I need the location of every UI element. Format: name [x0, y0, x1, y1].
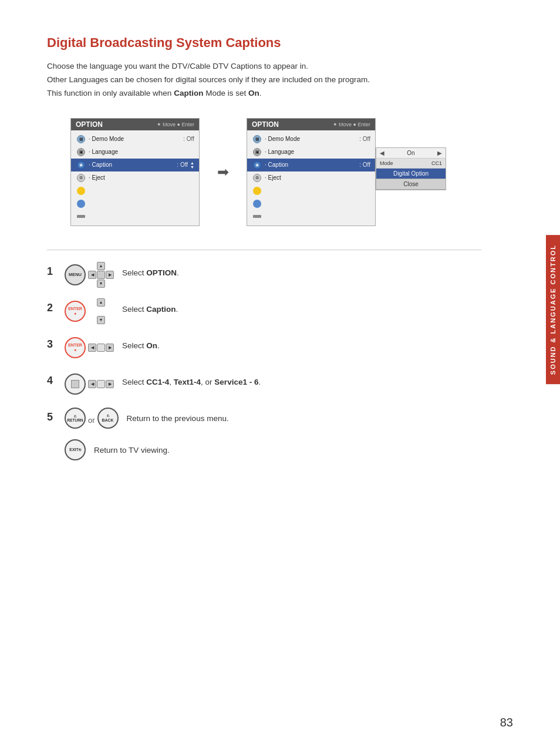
- enter-button-2[interactable]: ENTER●: [65, 301, 86, 322]
- popup-on-value: On: [407, 150, 414, 156]
- eject-label: · Eject: [89, 174, 194, 181]
- arrow-right-icon: ➡: [217, 164, 229, 180]
- dpad-1: ▲ ◀ ▶ ▼: [88, 262, 114, 288]
- globe-icon-2: [252, 198, 262, 209]
- globe-icon: [76, 198, 86, 209]
- right-arrow-1[interactable]: ▶: [106, 271, 114, 279]
- popup-on-row: ◀ On ▶: [376, 148, 446, 159]
- menu2-row-eject: ⚙ · Eject: [247, 171, 375, 184]
- step-3: 3 ENTER● ◀ ▶ Select On.: [47, 335, 481, 361]
- enter-button-3[interactable]: ENTER●: [65, 337, 86, 358]
- or-label: or: [88, 411, 95, 425]
- menu1-nav-hint: ✦ Move ● Enter: [157, 122, 194, 127]
- caption-value: : Off: [177, 161, 188, 168]
- step-5-text: Return to the previous menu.: [127, 408, 229, 425]
- popup-arrow-left[interactable]: ◀: [380, 150, 384, 156]
- menu2-row-demo: ▩ · Demo Mode : Off: [247, 133, 375, 146]
- popup-close-btn[interactable]: Close: [376, 179, 446, 190]
- left-arrow-4[interactable]: ◀: [88, 380, 96, 388]
- steps-section: 1 MENU ▲ ◀ ▶ ▼ Select OPTION. 2 ENTER●: [47, 250, 481, 460]
- menu-button[interactable]: MENU: [65, 264, 86, 285]
- menu1-row-face: [71, 184, 199, 197]
- spacer-2b: [97, 307, 105, 315]
- dpad-4: ◀ ▶: [88, 371, 114, 397]
- bar-icon-2: [252, 211, 262, 222]
- menu1-body: ▩ · Demo Mode : Off ▣ · Language ◉ · Cap…: [71, 130, 199, 226]
- step-1: 1 MENU ▲ ◀ ▶ ▼ Select OPTION.: [47, 262, 481, 288]
- back-button[interactable]: ⎌BACK: [97, 408, 119, 429]
- menu1-row-demo: ▩ · Demo Mode : Off: [71, 133, 199, 146]
- settings-icon-2: ⚙: [252, 173, 262, 183]
- face-icon-2: [252, 186, 262, 196]
- caption-stepper[interactable]: ▲ ▼: [190, 161, 194, 169]
- face-icon: [76, 186, 86, 196]
- square-btn-4[interactable]: [65, 374, 86, 395]
- desc-line-1: Choose the language you want the DTV/Cab…: [47, 62, 308, 70]
- film-icon: ▣: [76, 147, 86, 157]
- language-label: · Language: [89, 149, 194, 155]
- menu2-body: ▩ · Demo Mode : Off ▣ · Language ◉: [247, 130, 375, 226]
- step-1-text: Select OPTION.: [122, 262, 179, 280]
- step-3-buttons: ENTER● ◀ ▶: [65, 335, 114, 361]
- down-arrow-2[interactable]: ▼: [97, 316, 105, 324]
- menu2-with-popup: OPTION ✦ Move ● Enter ▩ · Demo Mode : Of…: [247, 118, 376, 226]
- step-5-buttons: ⎌RETURN or ⎌BACK: [65, 408, 119, 429]
- spacer-2c: [106, 307, 114, 315]
- eject-label-2: · Eject: [265, 174, 370, 181]
- spacer-2: [88, 307, 96, 315]
- page-title: Digital Broadcasting System Captions: [47, 35, 481, 51]
- return-button[interactable]: ⎌RETURN: [65, 408, 86, 429]
- bar-icon: [76, 211, 86, 222]
- demo-mode-label-2: · Demo Mode: [265, 136, 357, 142]
- left-arrow-1[interactable]: ◀: [88, 271, 96, 279]
- step-3-text: Select On.: [122, 335, 160, 352]
- description: Choose the language you want the DTV/Cab…: [47, 60, 481, 100]
- mockup-area: OPTION ✦ Move ● Enter ▩ · Demo Mode : Of…: [70, 118, 481, 226]
- demo-mode-value-2: : Off: [359, 136, 370, 142]
- menu2-row-bar: [247, 210, 375, 223]
- menu1: OPTION ✦ Move ● Enter ▩ · Demo Mode : Of…: [70, 118, 200, 226]
- demo-mode-value: : Off: [183, 136, 194, 142]
- step-5: 5 ⎌RETURN or ⎌BACK Return to the previou…: [47, 408, 481, 429]
- menu1-row-caption: ◉ · Caption : Off ▲ ▼: [71, 159, 199, 171]
- settings-icon: ⚙: [76, 173, 86, 183]
- menu2-title: OPTION: [252, 120, 279, 129]
- menu1-row-eject: ⚙ · Eject: [71, 171, 199, 184]
- center-4: [97, 380, 105, 388]
- desc-line-2: Other Languages can be chosen for digita…: [47, 75, 370, 84]
- right-arrow-3[interactable]: ▶: [106, 344, 114, 352]
- caption-value-2: : Off: [359, 161, 370, 168]
- step-2-buttons: ENTER● ▲ ▼: [65, 298, 114, 324]
- step-number-2: 2: [47, 302, 56, 314]
- popup-panel: ◀ On ▶ Mode CC1 Digital Option Close: [376, 147, 446, 190]
- right-arrow-4[interactable]: ▶: [106, 380, 114, 388]
- down-arrow-1[interactable]: ▼: [97, 280, 105, 288]
- dpad-2: ▲ ▼: [88, 298, 114, 324]
- step-number-5: 5: [47, 411, 56, 423]
- popup-mode-label: Mode: [380, 160, 393, 166]
- up-arrow-1[interactable]: ▲: [97, 262, 105, 270]
- menu1-row-globe: [71, 197, 199, 210]
- film-icon-2: ▣: [252, 147, 262, 157]
- step-number-1: 1: [47, 265, 56, 278]
- menu2-row-caption: ◉ · Caption : Off: [247, 159, 375, 171]
- popup-digital-option-btn[interactable]: Digital Option: [376, 169, 446, 179]
- desc-line-3: This function in only available when Cap…: [47, 89, 261, 97]
- exit-button[interactable]: EXIT⎋: [65, 439, 86, 460]
- step-number-4: 4: [47, 375, 56, 387]
- caption-label-2: · Caption: [265, 161, 357, 168]
- up-arrow-2[interactable]: ▲: [97, 298, 105, 307]
- square-icon: [71, 380, 79, 388]
- menu2-row-globe: [247, 197, 375, 210]
- center-1: [97, 271, 105, 279]
- exit-step: EXIT⎋ Return to TV viewing.: [47, 439, 481, 460]
- left-arrow-3[interactable]: ◀: [88, 344, 96, 352]
- step-2: 2 ENTER● ▲ ▼ Select Caption.: [47, 298, 481, 324]
- language-label-2: · Language: [265, 149, 370, 155]
- menu2-nav-hint: ✦ Move ● Enter: [333, 122, 370, 127]
- popup-mode-row: Mode CC1: [376, 159, 446, 169]
- menu2-header: OPTION ✦ Move ● Enter: [247, 119, 375, 130]
- step-1-buttons: MENU ▲ ◀ ▶ ▼: [65, 262, 114, 288]
- popup-arrow-right[interactable]: ▶: [437, 150, 442, 156]
- tv-icon-2: ▩: [252, 134, 262, 144]
